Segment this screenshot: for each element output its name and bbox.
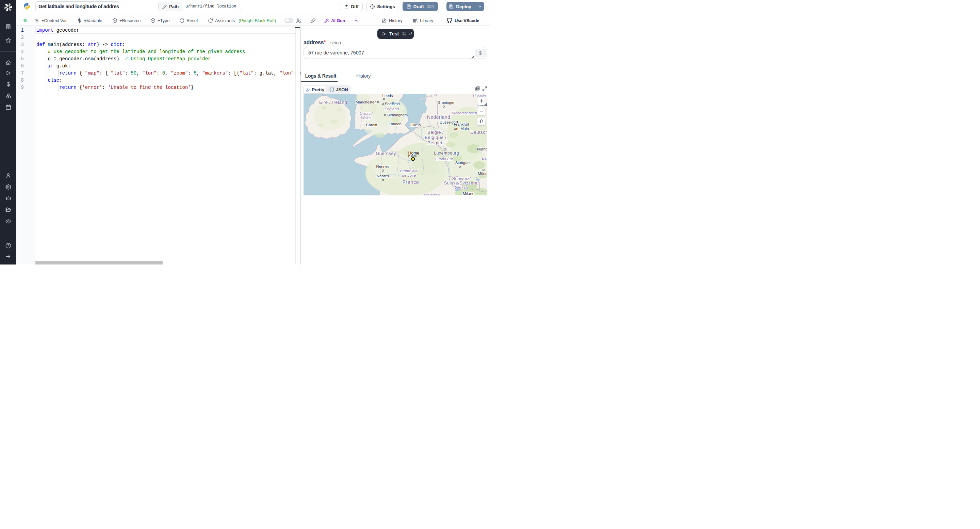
- svg-text:Lille: Lille: [410, 123, 417, 127]
- svg-text:Manchester: Manchester: [356, 100, 375, 104]
- svg-text:Home: Home: [408, 151, 420, 156]
- svg-text:Frankfurt: Frankfurt: [453, 122, 469, 126]
- svg-text:am Main: am Main: [454, 127, 469, 131]
- svg-text:Guernsey: Guernsey: [375, 151, 396, 156]
- svg-text:Éire / Ireland: Éire / Ireland: [319, 100, 347, 105]
- svg-text:Luxembourg: Luxembourg: [434, 151, 459, 156]
- svg-text:België /: België /: [427, 130, 444, 135]
- svg-text:Belgien: Belgien: [427, 140, 444, 145]
- svg-text:Rennes: Rennes: [376, 164, 389, 169]
- svg-text:France: France: [402, 179, 419, 185]
- svg-text:Sheffield: Sheffield: [385, 102, 400, 106]
- svg-text:Nürnberg: Nürnberg: [477, 147, 487, 151]
- svg-text:Deutschland: Deutschland: [470, 130, 487, 135]
- svg-text:München: München: [478, 172, 487, 176]
- svg-text:Auvergne-: Auvergne-: [423, 193, 441, 195]
- svg-text:Cardiff: Cardiff: [366, 123, 378, 127]
- svg-text:Belgique /: Belgique /: [425, 135, 447, 140]
- svg-text:Cymru /: Cymru /: [360, 111, 373, 115]
- svg-text:Milano: Milano: [463, 191, 475, 195]
- svg-text:Leeds: Leeds: [382, 94, 393, 98]
- svg-text:England: England: [385, 107, 399, 111]
- svg-text:Nantes: Nantes: [377, 174, 389, 178]
- svg-text:Groningen: Groningen: [438, 100, 456, 105]
- svg-text:Bayern: Bayern: [482, 156, 487, 160]
- svg-text:Nederland: Nederland: [427, 115, 450, 120]
- svg-text:Birmingham: Birmingham: [387, 113, 408, 117]
- svg-text:Niedersachsen: Niedersachsen: [451, 111, 477, 115]
- svg-text:de Loire: de Loire: [402, 173, 416, 177]
- svg-text:London: London: [388, 122, 401, 126]
- svg-text:Svizra: Svizra: [455, 185, 468, 190]
- svg-text:Centre-Val: Centre-Val: [400, 169, 418, 173]
- svg-text:Stuttgart: Stuttgart: [455, 161, 470, 165]
- svg-text:Grand Est: Grand Est: [436, 157, 453, 161]
- svg-text:Wales: Wales: [361, 116, 371, 120]
